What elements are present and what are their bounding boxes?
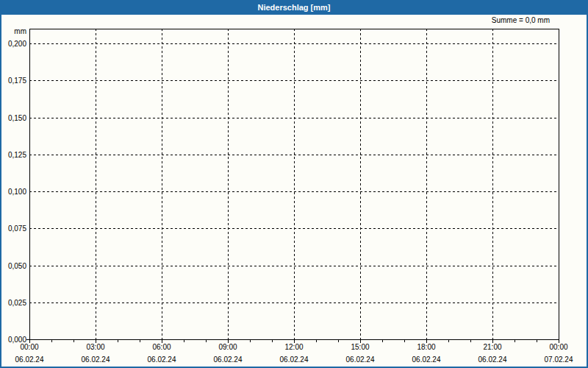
y-tick-label: 0,075: [8, 224, 26, 233]
y-tick-label: 0,050: [8, 262, 26, 270]
x-tick-date-label: 06.02.24: [412, 355, 441, 364]
x-tick-time-label: 15:00: [351, 343, 369, 351]
chart-window: 0,0000,0250,0500,0750,1000,1250,1500,175…: [0, 0, 588, 368]
x-tick-date-label: 06.02.24: [82, 355, 110, 364]
y-tick-label: 0,025: [8, 299, 26, 307]
x-tick-time-label: 00:00: [549, 343, 567, 351]
x-tick-time-label: 06:00: [152, 343, 171, 351]
chart-title: Niederschlag [mm]: [257, 3, 330, 12]
y-tick-label: 0,150: [8, 114, 26, 122]
x-tick-time-label: 03:00: [86, 343, 104, 351]
y-tick-label: 0,125: [8, 151, 26, 159]
x-tick-date-label: 06.02.24: [346, 355, 375, 364]
x-tick-time-label: 21:00: [483, 343, 501, 351]
y-tick-label: 0,200: [8, 40, 26, 48]
y-tick-label: 0,175: [8, 77, 26, 85]
x-tick-date-label: 06.02.24: [280, 355, 309, 364]
x-tick-time-label: 09:00: [218, 343, 237, 351]
chart-canvas: 0,0000,0250,0500,0750,1000,1250,1500,175…: [0, 0, 588, 368]
y-tick-label: 0,000: [8, 336, 26, 344]
x-tick-time-label: 18:00: [417, 343, 435, 351]
x-tick-time-label: 12:00: [284, 343, 303, 351]
x-tick-date-label: 06.02.24: [478, 355, 507, 364]
y-tick-label: 0,100: [8, 188, 26, 196]
title-bar: Niederschlag [mm]: [0, 0, 588, 15]
x-tick-date-label: 06.02.24: [148, 355, 176, 364]
x-tick-time-label: 00:00: [20, 343, 38, 351]
sum-annotation: Summe = 0,0 mm: [492, 16, 550, 24]
y-axis-unit-label: mm: [0, 27, 26, 35]
x-tick-date-label: 06.02.24: [15, 355, 44, 364]
x-tick-date-label: 06.02.24: [214, 355, 243, 364]
x-tick-date-label: 07.02.24: [545, 355, 573, 364]
